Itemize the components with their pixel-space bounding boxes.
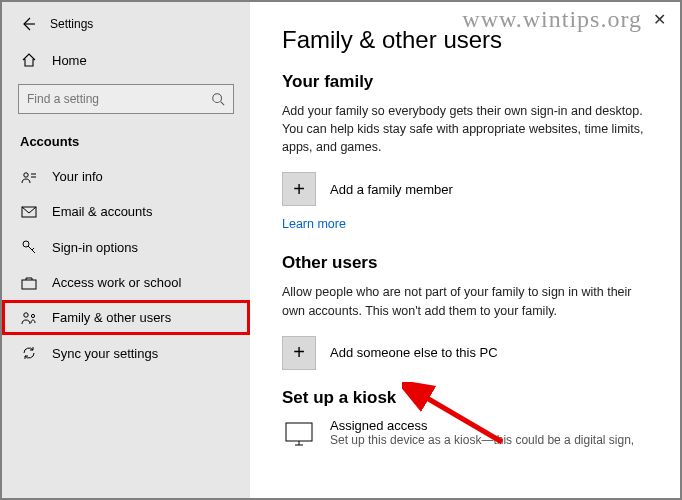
add-someone-else-button[interactable]: + Add someone else to this PC bbox=[282, 336, 652, 370]
svg-point-1 bbox=[213, 94, 222, 103]
nav-family-other-users[interactable]: Family & other users bbox=[2, 300, 250, 335]
settings-window: Settings Home Accounts Your info E bbox=[0, 0, 682, 500]
svg-point-3 bbox=[24, 172, 28, 176]
add-family-label: Add a family member bbox=[330, 182, 453, 197]
nav-email-accounts[interactable]: Email & accounts bbox=[2, 194, 250, 229]
sidebar-section-head: Accounts bbox=[2, 128, 250, 159]
nav-label: Family & other users bbox=[52, 310, 171, 325]
home-icon bbox=[20, 52, 38, 68]
your-family-heading: Your family bbox=[282, 72, 652, 92]
kiosk-title: Assigned access bbox=[330, 418, 634, 433]
nav-home[interactable]: Home bbox=[2, 44, 250, 76]
nav-sync-settings[interactable]: Sync your settings bbox=[2, 335, 250, 371]
svg-line-2 bbox=[221, 102, 225, 106]
window-title: Settings bbox=[50, 17, 93, 31]
nav-label: Sign-in options bbox=[52, 240, 138, 255]
nav-access-work-school[interactable]: Access work or school bbox=[2, 265, 250, 300]
kiosk-heading: Set up a kiosk bbox=[282, 388, 652, 408]
nav-home-label: Home bbox=[52, 53, 87, 68]
close-button[interactable]: ✕ bbox=[653, 10, 666, 29]
nav-signin-options[interactable]: Sign-in options bbox=[2, 229, 250, 265]
add-someone-label: Add someone else to this PC bbox=[330, 345, 498, 360]
add-family-member-button[interactable]: + Add a family member bbox=[282, 172, 652, 206]
search-box[interactable] bbox=[18, 84, 234, 114]
nav-label: Your info bbox=[52, 169, 103, 184]
briefcase-icon bbox=[20, 276, 38, 290]
plus-icon: + bbox=[282, 172, 316, 206]
nav-your-info[interactable]: Your info bbox=[2, 159, 250, 194]
assigned-access-row[interactable]: Assigned access Set up this device as a … bbox=[282, 418, 652, 452]
other-users-heading: Other users bbox=[282, 253, 652, 273]
sync-icon bbox=[20, 345, 38, 361]
mail-icon bbox=[20, 206, 38, 218]
sidebar: Settings Home Accounts Your info E bbox=[2, 2, 250, 498]
search-icon bbox=[211, 92, 225, 106]
kiosk-subtitle: Set up this device as a kiosk—this could… bbox=[330, 433, 634, 447]
svg-rect-11 bbox=[286, 423, 312, 441]
plus-icon: + bbox=[282, 336, 316, 370]
nav-label: Email & accounts bbox=[52, 204, 152, 219]
people-icon bbox=[20, 311, 38, 325]
person-card-icon bbox=[20, 170, 38, 184]
svg-rect-8 bbox=[22, 280, 36, 289]
svg-point-10 bbox=[31, 314, 34, 317]
svg-point-9 bbox=[24, 312, 28, 316]
learn-more-link[interactable]: Learn more bbox=[282, 217, 346, 231]
nav-label: Access work or school bbox=[52, 275, 181, 290]
main-content: Family & other users Your family Add you… bbox=[250, 2, 680, 498]
key-icon bbox=[20, 239, 38, 255]
search-input[interactable] bbox=[27, 92, 195, 106]
nav-label: Sync your settings bbox=[52, 346, 158, 361]
other-users-text: Allow people who are not part of your fa… bbox=[282, 283, 652, 319]
your-family-text: Add your family so everybody gets their … bbox=[282, 102, 652, 156]
page-title: Family & other users bbox=[282, 26, 652, 54]
back-arrow-icon[interactable] bbox=[20, 16, 36, 32]
monitor-icon bbox=[282, 418, 316, 452]
